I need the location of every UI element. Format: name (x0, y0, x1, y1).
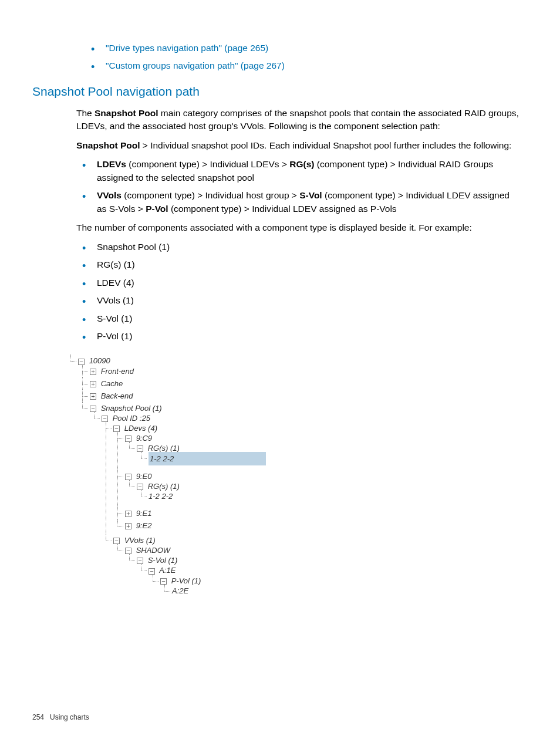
example-item: LDEV (4) (97, 276, 528, 289)
tree-label: 1-2 2-2 (149, 492, 173, 501)
collapse-icon[interactable]: − (125, 436, 131, 442)
collapse-icon[interactable]: − (125, 548, 131, 554)
tree-node-ldevs[interactable]: − LDevs (4) − 9:C9 (113, 422, 528, 534)
tree-node-shadow[interactable]: − SHADOW − S-Vol (1) (125, 544, 528, 606)
footer-label: Using charts (50, 713, 89, 721)
tree-node-ldev[interactable]: + 9:E2 (125, 519, 528, 532)
expand-icon[interactable]: + (90, 393, 96, 400)
tree-label: A:1E (159, 566, 176, 575)
tree-leaf[interactable]: A:2E (172, 585, 528, 597)
collapse-icon[interactable]: − (160, 578, 167, 585)
drive-types-link[interactable]: "Drive types navigation path" (page 265) (106, 43, 268, 53)
expand-icon[interactable]: + (90, 381, 96, 387)
tree-label: 9:E1 (136, 509, 152, 518)
page-number: 254 (32, 713, 44, 721)
tree-label: Cache (101, 379, 123, 388)
tree-label: Pool ID :25 (113, 414, 150, 423)
tree-node-pool-id[interactable]: − Pool ID :25 − LDevs (4) − (102, 412, 528, 611)
tree-node-svol[interactable]: − S-Vol (1) − A:1E (137, 554, 528, 603)
tree-leaf-selected[interactable]: 1-2 2-2 (149, 452, 266, 465)
intro-paragraph: The Snapshot Pool main category comprise… (76, 107, 522, 133)
collapse-icon[interactable]: − (149, 568, 155, 575)
tree-node-backend[interactable]: + Back-end (90, 390, 528, 402)
tree-node-rgs[interactable]: − RG(s) (1) 1-2 2-2 (137, 480, 528, 505)
tree-root[interactable]: − 10090 + Front-end + Cache + Back-end (78, 355, 528, 615)
tree-label: 10090 (89, 356, 110, 365)
detail-list: LDEVs (component type) > Individual LDEV… (97, 158, 528, 215)
nav-link-item: "Drive types navigation path" (page 265) (106, 42, 528, 55)
tree-node-ldev[interactable]: − 9:E0 − RG(s) (1) (125, 470, 528, 507)
detail-item-ldevs: LDEVs (component type) > Individual LDEV… (97, 158, 528, 184)
tree-label: Back-end (101, 391, 133, 400)
tree-label: P-Vol (1) (171, 576, 201, 585)
collapse-icon[interactable]: − (137, 484, 143, 490)
example-list: Snapshot Pool (1) RG(s) (1) LDEV (4) VVo… (97, 241, 528, 343)
tree-label: Front-end (101, 367, 134, 376)
example-item: S-Vol (1) (97, 312, 528, 325)
tree-node-cache[interactable]: + Cache (90, 377, 528, 390)
tree-label: A:2E (172, 586, 188, 595)
path-paragraph: Snapshot Pool > Individual snapshot pool… (76, 139, 522, 152)
custom-groups-link[interactable]: "Custom groups navigation path" (page 26… (106, 60, 285, 70)
collapse-icon[interactable]: − (90, 406, 96, 412)
tree-node-frontend[interactable]: + Front-end (90, 365, 528, 377)
tree-node-rgs[interactable]: − RG(s) (1) 1-2 2-2 (137, 442, 528, 468)
collapse-icon[interactable]: − (137, 558, 143, 564)
tree-label: VVols (1) (124, 536, 156, 545)
collapse-icon[interactable]: − (113, 538, 120, 544)
tree-label: RG(s) (1) (148, 482, 180, 491)
example-item: P-Vol (1) (97, 330, 528, 343)
navigation-tree: − 10090 + Front-end + Cache + Back-end (78, 355, 528, 615)
tree-label: S-Vol (1) (148, 556, 178, 565)
tree-label: LDevs (4) (124, 424, 157, 433)
page-footer: 254 Using charts (32, 713, 89, 723)
tree-node-a1e[interactable]: − A:1E − P-Vol (1) (149, 564, 528, 601)
tree-label: Snapshot Pool (1) (101, 404, 162, 413)
section-heading: Snapshot Pool navigation path (32, 83, 528, 100)
tree-label: 1-2 2-2 (149, 454, 227, 463)
tree-label: RG(s) (1) (148, 444, 180, 453)
collapse-icon[interactable]: − (125, 474, 131, 480)
tree-label: 9:C9 (136, 434, 152, 443)
tree-node-vvols[interactable]: − VVols (1) − SHADOW (113, 534, 528, 608)
tree-node-snapshot-pool[interactable]: − Snapshot Pool (1) − Pool ID :25 − LDev… (90, 402, 528, 613)
tree-node-ldev[interactable]: + 9:E1 (125, 507, 528, 519)
collapse-icon[interactable]: − (137, 445, 143, 452)
example-intro: The number of components associated with… (76, 221, 522, 234)
expand-icon[interactable]: + (125, 511, 131, 517)
nav-link-item: "Custom groups navigation path" (page 26… (106, 59, 528, 72)
example-item: RG(s) (1) (97, 258, 528, 271)
tree-node-ldev[interactable]: − 9:C9 − RG(s) (1) (125, 432, 528, 470)
expand-icon[interactable]: + (90, 369, 96, 375)
example-item: Snapshot Pool (1) (97, 241, 528, 254)
collapse-icon[interactable]: − (113, 426, 120, 432)
tree-label: 9:E2 (136, 521, 152, 530)
collapse-icon[interactable]: − (102, 416, 108, 422)
detail-item-vvols: VVols (component type) > Individual host… (97, 189, 528, 215)
example-item: VVols (1) (97, 294, 528, 307)
tree-leaf[interactable]: 1-2 2-2 (149, 490, 528, 502)
expand-icon[interactable]: + (125, 523, 131, 529)
tree-node-pvol[interactable]: − P-Vol (1) A:2E (160, 575, 528, 599)
tree-label: 9:E0 (136, 472, 152, 481)
top-links-list: "Drive types navigation path" (page 265)… (82, 42, 528, 73)
tree-label: SHADOW (136, 546, 171, 555)
collapse-icon[interactable]: − (78, 359, 85, 365)
